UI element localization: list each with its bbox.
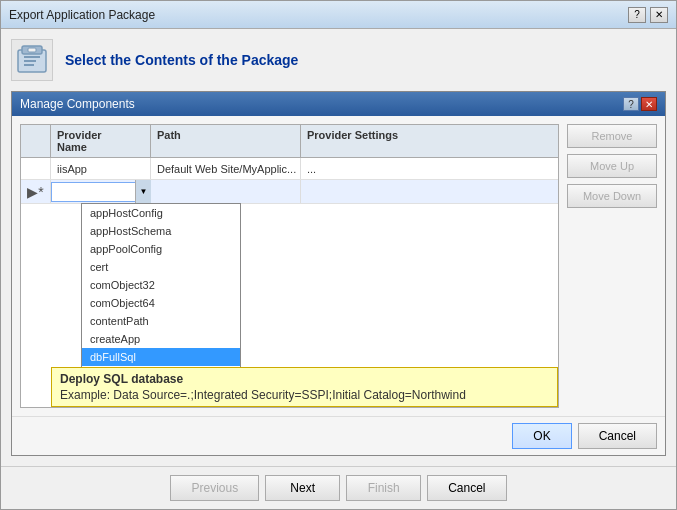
dropdown-cell[interactable]: ▼ appHostConfig appHostSchema appPoolCon… <box>51 180 151 203</box>
dropdown-item-comObject32[interactable]: comObject32 <box>82 276 240 294</box>
outer-help-button[interactable]: ? <box>628 7 646 23</box>
tooltip-title: Deploy SQL database <box>60 372 549 386</box>
outer-close-button[interactable]: ✕ <box>650 7 668 23</box>
col-header-settings: Provider Settings <box>301 125 558 157</box>
outer-title: Export Application Package <box>9 8 155 22</box>
move-up-button[interactable]: Move Up <box>567 154 657 178</box>
row-provider: iisApp <box>51 158 151 179</box>
svg-rect-2 <box>28 48 36 52</box>
package-icon <box>11 39 53 81</box>
svg-rect-4 <box>24 60 36 62</box>
dropdown-arrow-icon[interactable]: ▼ <box>135 180 151 203</box>
row-settings: ... <box>301 158 558 179</box>
cancel-button[interactable]: Cancel <box>427 475 506 501</box>
svg-rect-3 <box>24 56 40 58</box>
inner-title-bar: Manage Components ? ✕ <box>12 92 665 116</box>
move-down-button[interactable]: Move Down <box>567 184 657 208</box>
inner-dialog: Manage Components ? ✕ ProviderName Path <box>11 91 666 456</box>
finish-button[interactable]: Finish <box>346 475 421 501</box>
inner-close-button[interactable]: ✕ <box>641 97 657 111</box>
dropdown-item-dbFullSql[interactable]: dbFullSql <box>82 348 240 366</box>
dropdown-item-appPoolConfig[interactable]: appPoolConfig <box>82 240 240 258</box>
dropdown-item-createApp[interactable]: createApp <box>82 330 240 348</box>
new-row-indicator: ▶* <box>21 180 51 203</box>
inner-title-controls: ? ✕ <box>623 97 657 111</box>
package-svg-icon <box>14 42 50 78</box>
select-header: Select the Contents of the Package <box>11 39 666 81</box>
col-header-path: Path <box>151 125 301 157</box>
ok-button[interactable]: OK <box>512 423 571 449</box>
table-row[interactable]: iisApp Default Web Site/MyApplic... ... <box>21 158 558 180</box>
dropdown-item-cert[interactable]: cert <box>82 258 240 276</box>
dropdown-item-appHostConfig[interactable]: appHostConfig <box>82 204 240 222</box>
right-buttons: Remove Move Up Move Down <box>567 124 657 408</box>
outer-content: Select the Contents of the Package Manag… <box>1 29 676 466</box>
outer-footer: Previous Next Finish Cancel <box>1 466 676 509</box>
inner-title: Manage Components <box>20 97 135 111</box>
dropdown-item-appHostSchema[interactable]: appHostSchema <box>82 222 240 240</box>
tooltip-text: Example: Data Source=.;Integrated Securi… <box>60 388 549 402</box>
outer-dialog: Export Application Package ? ✕ Select th… <box>0 0 677 510</box>
tooltip-box: Deploy SQL database Example: Data Source… <box>51 367 558 407</box>
col-header-provider: ProviderName <box>51 125 151 157</box>
table-container: ProviderName Path Provider Settings iisA… <box>20 124 559 408</box>
new-row[interactable]: ▶* ▼ appHostConfig appHostSchema appPool… <box>21 180 558 204</box>
svg-rect-5 <box>24 64 34 66</box>
outer-title-controls: ? ✕ <box>628 7 668 23</box>
inner-help-button[interactable]: ? <box>623 97 639 111</box>
col-header-indicator <box>21 125 51 157</box>
table-area: ProviderName Path Provider Settings iisA… <box>20 124 559 408</box>
dropdown-item-comObject64[interactable]: comObject64 <box>82 294 240 312</box>
new-row-settings <box>301 180 558 203</box>
dropdown-item-contentPath[interactable]: contentPath <box>82 312 240 330</box>
page-title: Select the Contents of the Package <box>65 52 298 68</box>
new-row-path <box>151 180 301 203</box>
inner-content: ProviderName Path Provider Settings iisA… <box>12 116 665 416</box>
table-header: ProviderName Path Provider Settings <box>21 125 558 158</box>
inner-cancel-button[interactable]: Cancel <box>578 423 657 449</box>
row-path: Default Web Site/MyApplic... <box>151 158 301 179</box>
next-button[interactable]: Next <box>265 475 340 501</box>
remove-button[interactable]: Remove <box>567 124 657 148</box>
previous-button[interactable]: Previous <box>170 475 259 501</box>
row-indicator <box>21 158 51 179</box>
outer-title-bar: Export Application Package ? ✕ <box>1 1 676 29</box>
inner-footer: OK Cancel <box>12 416 665 455</box>
